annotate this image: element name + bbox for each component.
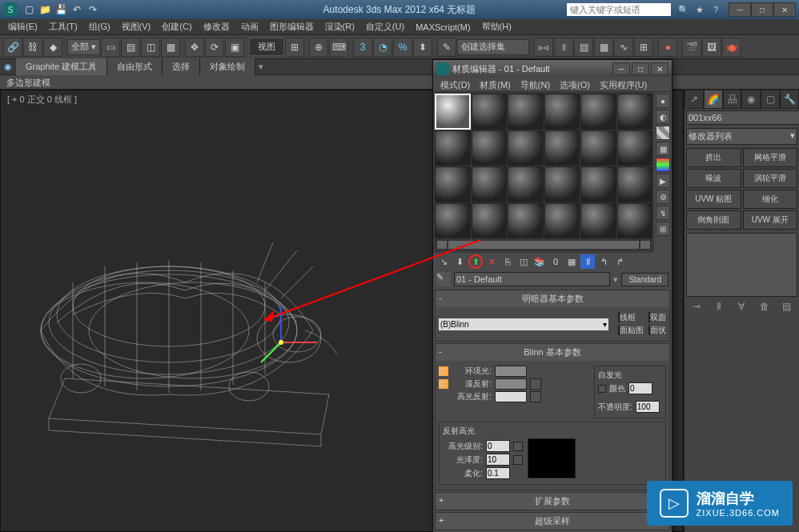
remove-mod-icon[interactable]: 🗑 — [758, 300, 771, 313]
reset-map-icon[interactable]: ✕ — [484, 254, 499, 269]
qat-open-icon[interactable]: 📁 — [38, 3, 51, 16]
matmenu-options[interactable]: 选项(O) — [556, 78, 594, 91]
material-name-input[interactable] — [454, 272, 610, 286]
diffuse-map-button[interactable] — [530, 378, 541, 390]
sample-slot[interactable] — [472, 94, 508, 130]
move-icon[interactable]: ✥ — [185, 38, 204, 57]
cmdtab-hierarchy-icon[interactable]: 品 — [723, 90, 742, 109]
viewport-label[interactable]: [ + 0 正交 0 线框 ] — [7, 94, 77, 106]
mod-meshsmooth-button[interactable]: 网格平滑 — [743, 148, 798, 167]
manip-icon[interactable]: ⊕ — [309, 38, 328, 57]
ribbon-tab-selection[interactable]: 选择 — [163, 58, 200, 75]
make-unique-icon[interactable]: ∀ — [735, 300, 748, 313]
sample-slot[interactable] — [472, 203, 508, 239]
gloss-spinner[interactable] — [486, 454, 510, 466]
rollout-supersample-header[interactable]: +超级采样 — [436, 513, 669, 530]
cmdtab-motion-icon[interactable]: ◉ — [741, 90, 761, 109]
put-to-lib-icon[interactable]: 📚 — [532, 254, 547, 269]
schematic-icon[interactable]: ⊞ — [634, 38, 653, 57]
ref-coord-dropdown[interactable]: 视图 — [249, 38, 284, 56]
mod-tessellate-button[interactable]: 细化 — [743, 190, 798, 209]
ribbon-tab-freeform[interactable]: 自由形式 — [107, 58, 163, 75]
mat-close-button[interactable]: ✕ — [651, 62, 669, 75]
menu-tools[interactable]: 工具(T) — [44, 19, 82, 34]
pick-material-icon[interactable]: ✎ — [436, 272, 451, 286]
sample-slot[interactable] — [508, 166, 544, 202]
modifier-stack[interactable] — [686, 233, 797, 297]
ribbon-tab-modeling[interactable]: Graphite 建模工具 — [16, 58, 107, 75]
go-parent-icon[interactable]: ↰ — [596, 254, 611, 269]
keyboard-icon[interactable]: ⌨ — [329, 38, 348, 57]
mod-noise-button[interactable]: 噪波 — [686, 169, 741, 188]
selection-filter-dropdown[interactable]: 全部 ▾ — [67, 39, 100, 55]
sample-slot-1[interactable] — [435, 94, 471, 130]
make-copy-icon[interactable]: ⎘ — [500, 254, 515, 269]
menu-create[interactable]: 创建(C) — [157, 19, 196, 34]
sample-slot[interactable] — [544, 203, 580, 239]
menu-customize[interactable]: 自定义(U) — [361, 19, 409, 34]
slot-count-icon[interactable]: ⊞ — [656, 222, 670, 236]
rollout-shader-header[interactable]: -明暗器基本参数 — [436, 290, 669, 307]
ribbon-tab-paint[interactable]: 对象绘制 — [200, 58, 255, 75]
show-result-icon[interactable]: Ⅱ — [713, 300, 725, 313]
menu-animation[interactable]: 动画 — [236, 19, 263, 34]
snap-toggle-icon[interactable]: 3 — [353, 38, 372, 57]
specular-map-button[interactable] — [530, 391, 541, 402]
cmdtab-display-icon[interactable]: ▢ — [761, 90, 780, 109]
mat-id-icon[interactable]: 0 — [548, 254, 563, 269]
show-end-icon[interactable]: Ⅱ — [580, 254, 595, 269]
options-icon[interactable]: ⚙ — [656, 190, 670, 204]
search-icon[interactable]: 🔍 — [677, 3, 690, 16]
window-crossing-icon[interactable]: ▦ — [161, 38, 180, 57]
slot-hscrollbar[interactable] — [436, 239, 652, 250]
select-name-icon[interactable]: ▤ — [121, 38, 140, 57]
object-name-input[interactable] — [686, 110, 799, 125]
sample-slot[interactable] — [544, 94, 580, 130]
material-editor-icon[interactable]: ● — [658, 38, 677, 57]
mod-uvwmap-button[interactable]: UVW 贴图 — [686, 190, 741, 209]
selfillum-checkbox[interactable] — [598, 385, 606, 393]
layer-icon[interactable]: ▤ — [574, 38, 593, 57]
sample-slot[interactable] — [435, 166, 471, 202]
put-to-scene-icon[interactable]: ⬇ — [452, 254, 467, 269]
selfillum-spinner[interactable] — [628, 382, 652, 394]
ribbon-toggle-icon[interactable]: ◉ — [0, 62, 16, 72]
mod-bevelprofile-button[interactable]: 倒角剖面 — [686, 210, 741, 230]
sample-slot[interactable] — [508, 130, 544, 166]
ribbon-icon[interactable]: ▦ — [594, 38, 613, 57]
matmenu-nav[interactable]: 导航(N) — [516, 78, 554, 91]
speclevel-map-button[interactable] — [513, 442, 523, 451]
show-in-vp-icon[interactable]: ▦ — [564, 254, 579, 269]
sample-slot[interactable] — [435, 130, 471, 166]
qat-undo-icon[interactable]: ↶ — [70, 3, 83, 16]
percent-snap-icon[interactable]: % — [393, 38, 412, 57]
sample-slot[interactable] — [580, 166, 616, 202]
edit-named-icon[interactable]: ✎ — [437, 38, 456, 57]
gloss-map-button[interactable] — [513, 455, 523, 465]
menu-render[interactable]: 渲染(R) — [320, 19, 359, 34]
close-button[interactable]: ✕ — [773, 2, 796, 17]
align-icon[interactable]: ⫴ — [554, 38, 573, 57]
scale-icon[interactable]: ▣ — [225, 38, 244, 57]
bind-icon[interactable]: ◆ — [43, 38, 62, 57]
sample-uv-icon[interactable]: ▦ — [656, 142, 670, 156]
center-icon[interactable]: ⊞ — [285, 38, 304, 57]
matmenu-mode[interactable]: 模式(D) — [436, 78, 474, 91]
rollout-blinn-header[interactable]: -Blinn 基本参数 — [436, 344, 669, 361]
sample-slot[interactable] — [508, 94, 544, 130]
speclevel-spinner[interactable] — [486, 440, 510, 452]
minimize-button[interactable]: ─ — [729, 2, 751, 17]
select-by-mat-icon[interactable]: ↯ — [656, 206, 670, 220]
render-icon[interactable]: 🫖 — [722, 38, 741, 57]
ribbon-expand-icon[interactable]: ▾ — [259, 62, 263, 72]
help-icon[interactable]: ? — [709, 3, 722, 16]
menu-edit[interactable]: 编辑(E) — [3, 19, 42, 34]
menu-modifiers[interactable]: 修改器 — [199, 19, 235, 34]
maximize-button[interactable]: □ — [751, 2, 773, 17]
matmenu-material[interactable]: 材质(M) — [476, 78, 515, 91]
sample-slot[interactable] — [617, 203, 653, 239]
material-editor-titlebar[interactable]: 材质编辑器 - 01 - Default ─ □ ✕ — [433, 60, 672, 78]
mat-maximize-button[interactable]: □ — [632, 62, 649, 75]
specular-swatch[interactable] — [495, 391, 527, 402]
sample-slot[interactable] — [617, 166, 653, 202]
